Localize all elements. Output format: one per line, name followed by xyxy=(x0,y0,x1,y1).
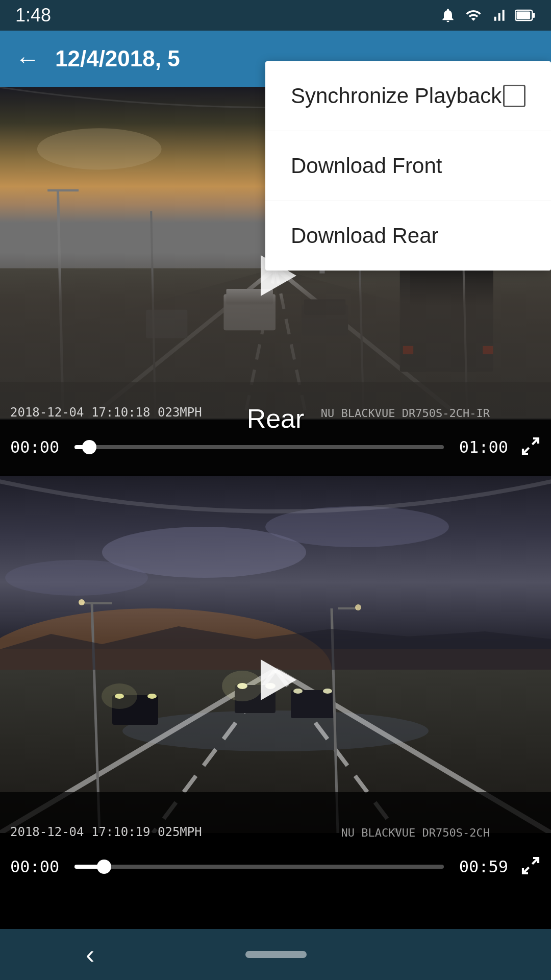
svg-point-53 xyxy=(323,689,332,694)
signal-icon xyxy=(491,7,507,23)
download-front-label: Download Front xyxy=(291,154,442,178)
rear-fullscreen-button[interactable] xyxy=(520,436,541,458)
svg-line-12 xyxy=(89,268,276,419)
svg-point-55 xyxy=(102,683,137,709)
svg-line-13 xyxy=(276,268,462,419)
svg-point-58 xyxy=(79,599,85,605)
front-play-button[interactable] xyxy=(250,654,301,705)
download-front-item[interactable]: Download Front xyxy=(265,131,551,201)
front-fullscreen-icon xyxy=(520,855,541,876)
svg-point-38 xyxy=(5,560,148,596)
toolbar: ← 12/4/2018, 5 Synchronize Playback Down… xyxy=(0,31,551,87)
rear-fullscreen-icon xyxy=(520,436,541,456)
svg-point-5 xyxy=(37,128,162,169)
front-timestamp: 2018-12-04 17:10:19 025MPH xyxy=(10,825,202,839)
nav-back-button[interactable]: ‹ xyxy=(65,934,115,975)
rear-total-time: 01:00 xyxy=(452,437,508,457)
svg-rect-18 xyxy=(146,310,187,338)
front-fullscreen-button[interactable] xyxy=(520,855,541,878)
front-total-time: 00:59 xyxy=(452,857,508,876)
rear-current-time: 00:00 xyxy=(10,437,66,457)
toolbar-title: 12/4/2018, 5 xyxy=(55,46,180,71)
front-play-triangle xyxy=(261,659,296,700)
front-current-time: 00:00 xyxy=(10,857,66,876)
synchronize-playback-item[interactable]: Synchronize Playback xyxy=(265,61,551,131)
rear-progress-thumb xyxy=(82,440,96,454)
synchronize-playback-label: Synchronize Playback xyxy=(291,84,502,108)
svg-rect-19 xyxy=(400,268,493,372)
svg-rect-22 xyxy=(483,346,493,354)
front-video: 2018-12-04 17:10:19 025MPH NU BLACKVUE D… xyxy=(0,476,551,894)
back-button[interactable]: ← xyxy=(15,45,40,73)
bottom-nav: ‹ ‹ xyxy=(0,929,551,980)
nav-home-pill[interactable] xyxy=(245,951,307,958)
front-video-container: 2018-12-04 17:10:19 025MPH NU BLACKVUE D… xyxy=(0,476,551,894)
battery-icon xyxy=(515,8,536,22)
svg-rect-2 xyxy=(533,13,535,18)
rear-progress-track[interactable] xyxy=(74,445,444,449)
svg-rect-1 xyxy=(517,12,531,19)
svg-point-50 xyxy=(147,694,157,699)
status-icons xyxy=(440,7,536,23)
svg-point-61 xyxy=(355,604,361,610)
front-progress-thumb xyxy=(97,860,111,874)
status-bar: 1:48 xyxy=(0,0,551,31)
wifi-icon xyxy=(464,7,483,23)
rear-label: Rear xyxy=(247,403,305,434)
front-watermark: NU BLACKVUE DR750S-2CH xyxy=(341,826,490,839)
svg-rect-16 xyxy=(302,305,348,336)
rear-timestamp: 2018-12-04 17:10:18 023MPH xyxy=(10,405,202,420)
rear-watermark: NU BLACKVUE DR750S-2CH-IR xyxy=(321,407,490,420)
front-progress-track[interactable] xyxy=(74,865,444,869)
download-rear-item[interactable]: Download Rear xyxy=(265,201,551,271)
svg-rect-21 xyxy=(403,346,413,354)
synchronize-playback-checkbox[interactable] xyxy=(503,85,525,107)
front-progress-bar: 00:00 00:59 xyxy=(0,839,551,894)
download-rear-label: Download Rear xyxy=(291,224,439,248)
svg-rect-17 xyxy=(304,299,345,314)
dropdown-menu: Synchronize Playback Download Front Down… xyxy=(265,61,551,271)
alarm-icon xyxy=(440,7,456,23)
status-time: 1:48 xyxy=(15,5,51,26)
svg-marker-8 xyxy=(276,268,551,419)
svg-marker-9 xyxy=(0,268,276,419)
